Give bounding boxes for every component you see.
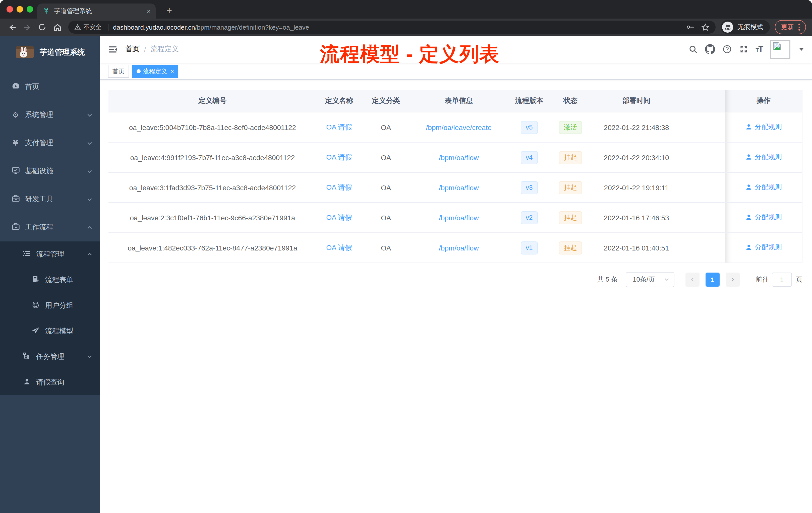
version-badge: v5 — [521, 121, 538, 134]
browser-tab[interactable]: 芋道管理系统 × — [37, 3, 156, 19]
table-header-row: 定义编号 定义名称 定义分类 表单信息 流程版本 状态 部署时间 操作 — [109, 90, 802, 112]
pagination: 共 5 条 10条/页 1 前往 页 — [109, 272, 803, 287]
assign-rule-link[interactable]: 分配规则 — [745, 122, 782, 131]
paper-plane-icon — [31, 326, 40, 336]
breadcrumb: 首页 / 流程定义 — [125, 45, 179, 54]
github-icon[interactable] — [705, 44, 715, 54]
user-icon — [745, 214, 752, 221]
next-page-button[interactable] — [726, 273, 740, 286]
table-row: oa_leave:3:1fad3d93-7b75-11ec-a3c8-acde4… — [109, 173, 802, 203]
sidebar-item-process-management[interactable]: 流程管理 — [0, 241, 100, 267]
sidebar-item-process-form[interactable]: 流程表单 — [0, 267, 100, 293]
form-link[interactable]: /bpm/oa/leave/create — [426, 123, 492, 131]
breadcrumb-home[interactable]: 首页 — [125, 45, 140, 54]
sidebar-collapse-icon[interactable] — [108, 44, 117, 54]
bookmark-star-icon[interactable] — [701, 23, 709, 31]
tag-close-icon[interactable]: × — [171, 65, 174, 77]
form-link[interactable]: /bpm/oa/flow — [439, 244, 479, 252]
minimize-window-button[interactable] — [17, 6, 23, 12]
incognito-label: 无痕模式 — [737, 23, 763, 32]
sidebar-logo[interactable]: 芋道管理系统 — [0, 36, 100, 65]
close-window-button[interactable] — [6, 6, 13, 12]
forward-button[interactable] — [21, 21, 33, 33]
assign-rule-link[interactable]: 分配规则 — [745, 153, 782, 162]
chevron-right-icon — [730, 277, 736, 282]
reload-button[interactable] — [36, 21, 48, 33]
sidebar-item-workflow[interactable]: 工作流程 — [0, 213, 100, 241]
breadcrumb-separator: / — [144, 45, 146, 53]
browser-update-button[interactable]: 更新 — [775, 20, 806, 34]
back-button[interactable] — [6, 21, 18, 33]
list-tree-icon — [22, 249, 31, 259]
sidebar-item-process-model[interactable]: 流程模型 — [0, 318, 100, 344]
status-badge: 挂起 — [559, 151, 582, 164]
new-tab-button[interactable]: + — [163, 4, 176, 17]
url-domain: dashboard.yudao.iocoder.cn — [113, 23, 195, 31]
version-badge: v2 — [521, 211, 538, 224]
sidebar-item-leave-query[interactable]: 请假查询 — [0, 369, 100, 395]
tab-close-icon[interactable]: × — [147, 7, 151, 15]
definition-name-link[interactable]: OA 请假 — [326, 123, 352, 131]
col-deploy-time: 部署时间 — [590, 90, 683, 112]
robot-icon — [31, 301, 40, 310]
definition-name-link[interactable]: OA 请假 — [326, 213, 352, 221]
table-row: oa_leave:1:482ec033-762a-11ec-8477-a2380… — [109, 233, 802, 263]
sidebar-item-label: 系统管理 — [25, 111, 86, 119]
user-avatar[interactable] — [770, 40, 790, 59]
assign-rule-link[interactable]: 分配规则 — [745, 213, 782, 222]
user-icon — [745, 123, 752, 130]
tag-process-definition[interactable]: 流程定义 × — [132, 64, 178, 78]
sidebar-item-label: 研发工具 — [25, 195, 86, 204]
sidebar-item-user-group[interactable]: 用户分组 — [0, 293, 100, 318]
form-link[interactable]: /bpm/oa/flow — [439, 183, 479, 191]
form-link[interactable]: /bpm/oa/flow — [439, 214, 479, 221]
browser-menu-icon[interactable] — [799, 24, 800, 31]
form-link[interactable]: /bpm/oa/flow — [439, 153, 479, 161]
broken-image-icon — [772, 42, 781, 51]
help-icon[interactable] — [723, 45, 732, 54]
app-title: 芋道管理系统 — [40, 48, 85, 57]
status-badge: 挂起 — [559, 211, 582, 224]
col-filler — [683, 90, 725, 112]
workflow-submenu: 流程管理 流程表单 用户分组 流程模型 — [0, 241, 100, 395]
sidebar-item-infrastructure[interactable]: 基础设施 — [0, 157, 100, 185]
yen-icon: ¥ — [11, 139, 20, 148]
sidebar-menu: 首页 ⚙ 系统管理 ¥ 支付管理 基础设施 — [0, 73, 100, 395]
sidebar-item-payment[interactable]: ¥ 支付管理 — [0, 129, 100, 157]
screenshot-stage: 芋道管理系统 × + 不安全 dashboard.yudao.iocoder.c… — [0, 0, 812, 513]
search-icon[interactable] — [689, 45, 697, 54]
password-key-icon[interactable] — [686, 23, 694, 31]
home-button[interactable] — [51, 21, 63, 33]
version-badge: v4 — [521, 151, 538, 164]
font-size-icon[interactable]: TT — [756, 45, 763, 54]
page-size-select[interactable]: 10条/页 — [626, 272, 674, 287]
prev-page-button[interactable] — [686, 273, 699, 286]
assign-rule-link[interactable]: 分配规则 — [745, 183, 782, 192]
assign-rule-link[interactable]: 分配规则 — [745, 243, 782, 252]
fullscreen-icon[interactable] — [739, 45, 748, 54]
not-secure-warning-icon — [74, 24, 81, 30]
sidebar-item-system[interactable]: ⚙ 系统管理 — [0, 101, 100, 129]
sidebar-item-label: 支付管理 — [25, 139, 86, 148]
tag-home[interactable]: 首页 — [108, 64, 129, 78]
sidebar-item-home[interactable]: 首页 — [0, 73, 100, 101]
sidebar-item-label: 用户分组 — [45, 301, 93, 310]
avatar-caret-icon[interactable] — [799, 48, 804, 51]
cell-category: OA — [361, 173, 410, 203]
sidebar-item-label: 流程表单 — [45, 275, 93, 284]
definition-name-link[interactable]: OA 请假 — [326, 183, 352, 191]
chevron-down-icon — [86, 168, 93, 175]
chevron-down-icon — [86, 140, 93, 146]
definition-name-link[interactable]: OA 请假 — [326, 243, 352, 251]
tag-label: 流程定义 — [143, 65, 167, 77]
org-tree-icon — [22, 352, 31, 361]
definition-name-link[interactable]: OA 请假 — [326, 153, 352, 161]
zoom-window-button[interactable] — [27, 6, 33, 12]
sidebar-item-task-management[interactable]: 任务管理 — [0, 344, 100, 369]
current-page-button[interactable]: 1 — [705, 273, 720, 286]
sidebar-item-dev-tools[interactable]: 研发工具 — [0, 185, 100, 213]
table-row: oa_leave:5:004b710b-7b8a-11ec-8ef0-acde4… — [109, 112, 802, 142]
goto-page-input[interactable] — [772, 273, 792, 286]
version-badge: v1 — [521, 241, 538, 254]
address-bar[interactable]: 不安全 dashboard.yudao.iocoder.cn/bpm/manag… — [68, 21, 716, 34]
